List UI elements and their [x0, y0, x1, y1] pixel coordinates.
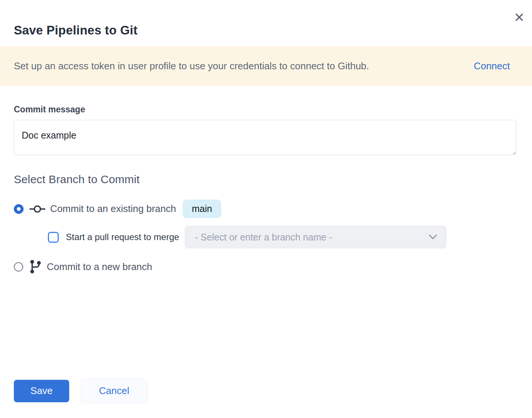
banner-message: Set up an access token in user profile t… [14, 60, 369, 72]
new-branch-option[interactable]: Commit to a new branch [14, 260, 516, 274]
git-commit-icon [30, 204, 45, 214]
branch-section-heading: Select Branch to Commit [14, 173, 516, 186]
connect-link[interactable]: Connect [474, 60, 510, 72]
merge-branch-dropdown[interactable]: - Select or enter a branch name - [185, 226, 446, 248]
current-branch-badge: main [183, 200, 221, 218]
commit-message-label: Commit message [14, 104, 516, 115]
existing-branch-label[interactable]: Commit to an existing branch [50, 203, 176, 215]
merge-branch-placeholder: - Select or enter a branch name - [195, 232, 332, 243]
existing-branch-option[interactable]: Commit to an existing branch main [14, 200, 516, 218]
chevron-down-icon [429, 234, 437, 240]
git-branch-icon [29, 260, 42, 274]
cancel-button[interactable]: Cancel [80, 379, 148, 403]
close-button[interactable] [512, 10, 527, 25]
dialog-footer: Save Cancel [14, 379, 148, 403]
pull-request-label[interactable]: Start a pull request to merge [66, 232, 179, 242]
new-branch-radio[interactable] [14, 262, 23, 272]
pull-request-row: Start a pull request to merge - Select o… [48, 226, 516, 248]
access-token-banner: Set up an access token in user profile t… [0, 46, 532, 86]
pull-request-checkbox[interactable] [48, 232, 59, 243]
save-button[interactable]: Save [14, 380, 69, 402]
existing-branch-radio[interactable] [14, 204, 24, 214]
save-pipelines-dialog: Save Pipelines to Git Set up an access t… [0, 23, 532, 274]
new-branch-label[interactable]: Commit to a new branch [47, 261, 152, 273]
commit-message-input[interactable]: Doc example [14, 120, 516, 155]
page-title: Save Pipelines to Git [14, 23, 518, 37]
close-icon [514, 12, 525, 22]
dialog-body: Commit message Doc example Select Branch… [0, 104, 532, 274]
